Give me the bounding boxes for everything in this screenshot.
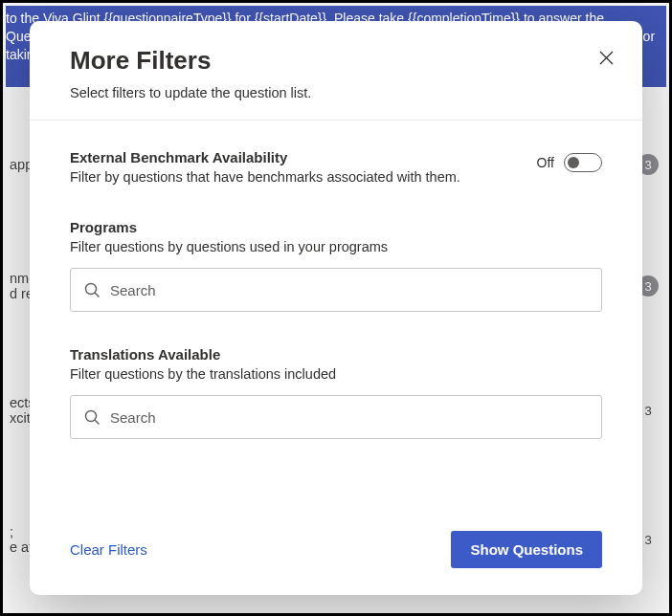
modal-subtitle: Select filters to update the question li… (70, 85, 602, 100)
close-icon (599, 51, 614, 65)
filter-desc: Filter by questions that have benchmarks… (70, 169, 602, 185)
toggle-state-label: Off (537, 155, 554, 170)
search-icon (84, 409, 101, 426)
programs-search-input[interactable] (110, 282, 588, 298)
show-questions-button[interactable]: Show Questions (451, 531, 602, 568)
svg-line-3 (95, 420, 100, 425)
modal-header: More Filters Select filters to update th… (30, 21, 642, 121)
svg-line-1 (95, 293, 100, 297)
filter-title: Translations Available (70, 346, 602, 363)
toggle-thumb (568, 157, 579, 168)
modal-footer: Clear Filters Show Questions (30, 514, 642, 595)
close-button[interactable] (593, 44, 619, 71)
programs-search-box[interactable] (70, 268, 602, 312)
svg-point-0 (86, 283, 97, 294)
filter-translations: Translations Available Filter questions … (70, 346, 602, 439)
filter-desc: Filter questions by the translations inc… (70, 366, 602, 382)
more-filters-modal: More Filters Select filters to update th… (30, 21, 642, 595)
filter-benchmark: External Benchmark Availability Filter b… (70, 149, 602, 185)
search-icon (84, 282, 101, 298)
filter-desc: Filter questions by questions used in yo… (70, 239, 602, 254)
clear-filters-button[interactable]: Clear Filters (70, 541, 147, 558)
modal-title: More Filters (70, 46, 602, 76)
benchmark-toggle-wrap: Off (537, 153, 602, 172)
filter-title: External Benchmark Availability (70, 149, 602, 165)
filter-programs: Programs Filter questions by questions u… (70, 219, 602, 312)
filter-title: Programs (70, 219, 602, 235)
translations-search-input[interactable] (110, 409, 588, 426)
translations-search-box[interactable] (70, 395, 602, 439)
benchmark-toggle[interactable] (564, 153, 602, 172)
svg-point-2 (86, 410, 97, 421)
modal-body: External Benchmark Availability Filter b… (30, 121, 642, 514)
